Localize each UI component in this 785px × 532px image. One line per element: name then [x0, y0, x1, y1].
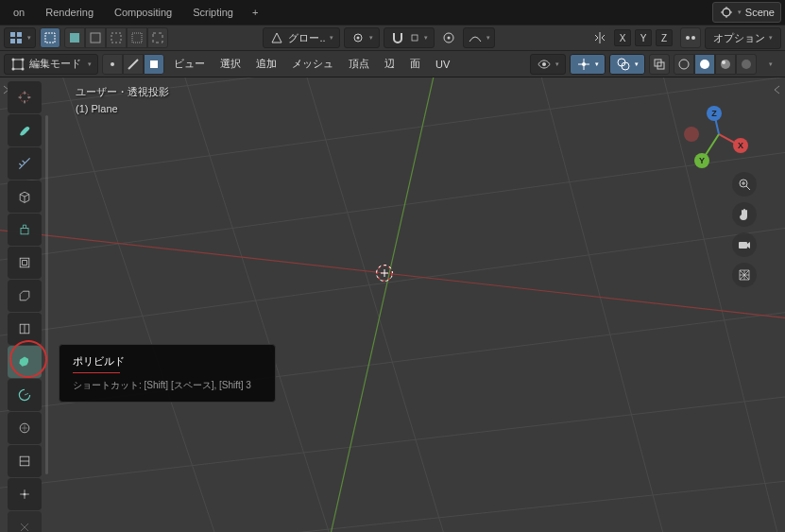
- selmode-1[interactable]: [64, 27, 85, 48]
- mirror-icon-btn[interactable]: [589, 27, 610, 48]
- panel-toggle-right[interactable]: [770, 83, 785, 98]
- automerge-toggle[interactable]: [680, 27, 701, 48]
- edge-select-mode[interactable]: [123, 54, 144, 75]
- svg-rect-51: [23, 261, 27, 266]
- menu-vertex[interactable]: 頂点: [343, 53, 375, 75]
- viewport[interactable]: ユーザー・透視投影 (1) Plane ポリビルド ショートカット: [Shif…: [0, 77, 785, 532]
- grid-icon: [9, 30, 24, 45]
- selection-mode-group: [64, 27, 168, 48]
- shading-material[interactable]: [715, 54, 736, 75]
- svg-point-27: [679, 60, 689, 69]
- svg-point-19: [111, 62, 114, 66]
- vertex-select-mode[interactable]: [102, 54, 123, 75]
- tool-shrink-fatten[interactable]: [8, 478, 42, 510]
- tool-add-cube[interactable]: [8, 180, 42, 213]
- menu-mesh[interactable]: メッシュ: [286, 53, 339, 75]
- tool-cursor[interactable]: [8, 81, 42, 113]
- svg-point-13: [691, 36, 695, 40]
- tool-bevel[interactable]: [8, 280, 42, 312]
- mirror-x[interactable]: X: [614, 29, 631, 46]
- rip-icon: [17, 520, 32, 532]
- zoom-button[interactable]: [732, 172, 757, 197]
- xray-toggle[interactable]: [649, 54, 670, 75]
- tool-polybuild[interactable]: [8, 346, 42, 378]
- menu-add[interactable]: 追加: [250, 53, 282, 75]
- tool-extrude[interactable]: [8, 214, 42, 246]
- shading-wireframe[interactable]: [674, 54, 694, 75]
- viewport-grid: [0, 77, 785, 532]
- svg-line-62: [746, 186, 750, 190]
- select-tool-toggle[interactable]: [40, 27, 60, 48]
- transform-orientation-dropdown[interactable]: グロー.. ▾: [263, 27, 339, 48]
- svg-rect-1: [45, 33, 55, 43]
- gizmo-dropdown[interactable]: ▾: [570, 54, 606, 75]
- face-select-mode[interactable]: [144, 54, 164, 75]
- svg-line-37: [0, 389, 785, 493]
- cursor-3d-icon: [17, 90, 32, 105]
- menu-edge[interactable]: 辺: [379, 53, 401, 75]
- nav-axis-neg-x[interactable]: [684, 127, 699, 142]
- tab-compositing[interactable]: Compositing: [105, 3, 181, 22]
- tab-scripting[interactable]: Scripting: [183, 3, 243, 22]
- svg-rect-5: [132, 33, 142, 43]
- tool-loopcut[interactable]: [8, 313, 42, 345]
- shading-options-dropdown[interactable]: ▾: [760, 54, 781, 75]
- nav-axis-x[interactable]: X: [733, 138, 748, 153]
- selmode-2[interactable]: [85, 27, 106, 48]
- perspective-button[interactable]: [732, 263, 757, 287]
- nav-gizmo[interactable]: X Y Z: [681, 96, 757, 172]
- eye-icon: [537, 57, 552, 72]
- proportional-falloff-dropdown[interactable]: ▾: [463, 27, 495, 48]
- nav-axis-y[interactable]: Y: [694, 153, 709, 168]
- pan-button[interactable]: [732, 202, 757, 227]
- tab-rendering[interactable]: Rendering: [36, 3, 103, 22]
- proportional-edit-toggle[interactable]: [438, 27, 459, 48]
- overlay-dropdown[interactable]: ▾: [609, 54, 645, 75]
- mode-dropdown[interactable]: 編集モード ▾: [4, 54, 98, 75]
- menu-face[interactable]: 面: [404, 53, 426, 75]
- selmode-3[interactable]: [106, 27, 127, 48]
- tool-rip[interactable]: [8, 511, 42, 532]
- pivot-dropdown[interactable]: ▾: [344, 27, 380, 48]
- tool-edge-slide[interactable]: [8, 445, 42, 477]
- menu-view[interactable]: ビュー: [168, 53, 211, 75]
- zoom-icon: [737, 177, 752, 192]
- first-tab-partial[interactable]: on: [4, 3, 34, 22]
- y-axis-line: [316, 77, 444, 532]
- selmode-5[interactable]: [147, 27, 168, 48]
- tool-draw[interactable]: [8, 114, 42, 146]
- snap-dropdown[interactable]: ▾: [384, 27, 435, 48]
- nav-axis-z[interactable]: Z: [707, 106, 722, 121]
- mirror-y[interactable]: Y: [635, 29, 652, 46]
- ruler-icon: [17, 156, 32, 171]
- svg-rect-3: [91, 33, 100, 43]
- scene-dropdown[interactable]: ▾ Scene: [712, 2, 781, 23]
- menu-uv[interactable]: UV: [430, 55, 455, 74]
- selmode-4[interactable]: [127, 27, 147, 48]
- tool-smooth[interactable]: [8, 412, 42, 444]
- tool-inset[interactable]: [8, 247, 42, 279]
- shading-solid[interactable]: [694, 54, 715, 75]
- tooltip-shortcut: ショートカット: [Shift] [スペース], [Shift] 3: [73, 379, 262, 392]
- mirror-z[interactable]: Z: [656, 29, 673, 46]
- menu-select[interactable]: 選択: [214, 53, 247, 75]
- shading-mode-group: [674, 54, 757, 75]
- xray-icon: [652, 57, 667, 72]
- tool-measure[interactable]: [8, 147, 42, 180]
- options-dropdown[interactable]: オプション ▾: [705, 27, 781, 49]
- visibility-dropdown[interactable]: ▾: [530, 54, 566, 75]
- tool-spin[interactable]: [8, 379, 42, 411]
- camera-button[interactable]: [732, 232, 757, 257]
- gizmo-icon: [576, 57, 591, 72]
- svg-point-57: [23, 492, 26, 495]
- shading-rendered[interactable]: [736, 54, 757, 75]
- viewport-overlay-text: ユーザー・透視投影 (1) Plane: [76, 85, 169, 114]
- add-workspace-button[interactable]: +: [245, 7, 265, 18]
- svg-line-41: [293, 77, 463, 532]
- editor-type-dropdown[interactable]: ▾: [4, 27, 36, 48]
- svg-point-8: [356, 37, 359, 40]
- toolbar-scrollbar[interactable]: [45, 115, 48, 474]
- automerge-icon: [683, 30, 698, 45]
- svg-rect-20: [150, 60, 158, 68]
- svg-line-42: [529, 77, 680, 532]
